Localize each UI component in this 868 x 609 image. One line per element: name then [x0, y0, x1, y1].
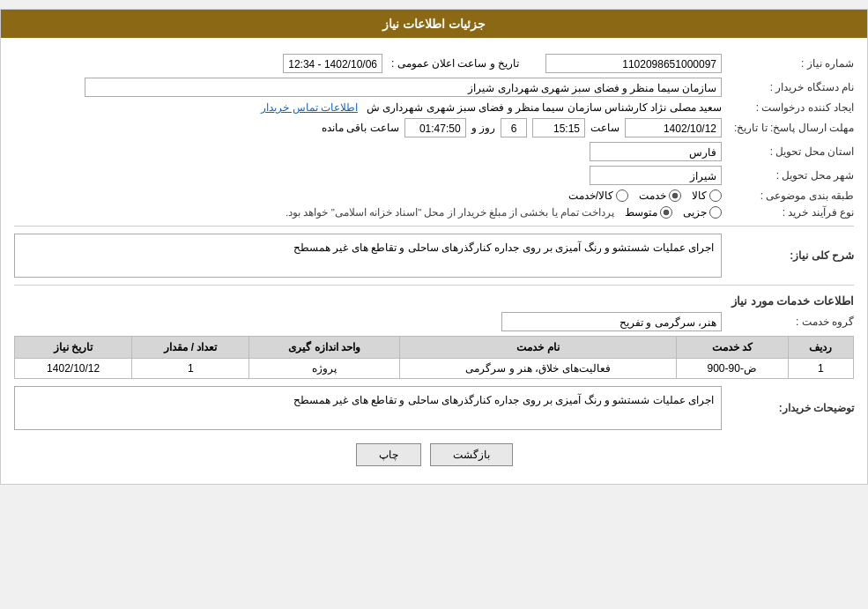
category-kala-khedmat-item: کالا/خدمت — [568, 189, 628, 202]
col-qty: تعداد / مقدار — [132, 337, 249, 359]
category-row: طبقه بندی موضوعی : کالا خدمت — [14, 189, 854, 202]
category-radio-group: کالا خدمت کالا/خدمت — [14, 189, 722, 202]
province-label: استان محل تحویل : — [722, 145, 854, 158]
deadline-time: 15:15 — [532, 118, 585, 137]
cell-unit: پروژه — [249, 359, 400, 379]
cell-date: 1402/10/12 — [15, 359, 132, 379]
creator-link[interactable]: اطلاعات تماس خریدار — [261, 101, 358, 114]
service-group-value: هنر، سرگرمی و تفریح — [14, 312, 722, 331]
content-area: شماره نیاز : 1102098651000097 تاریخ و سا… — [1, 38, 867, 484]
col-name: نام خدمت — [400, 337, 677, 359]
purchase-jozi-label: جزیی — [683, 206, 707, 219]
cell-row: 1 — [788, 359, 853, 379]
purchase-mottavas-label: متوسط — [625, 206, 657, 219]
services-table: ردیف کد خدمت نام خدمت واحد اندازه گیری ت… — [14, 336, 854, 379]
purchase-type-value: جزیی متوسط پرداخت تمام یا بخشی از مبلغ خ… — [14, 206, 722, 219]
province-input: فارس — [590, 142, 722, 161]
announce-label: تاریخ و ساعت اعلان عمومی : — [391, 57, 519, 70]
description-box: اجرای عملیات شستشو و رنگ آمیزی بر روی جد… — [14, 234, 722, 278]
category-kala-label: کالا — [692, 189, 707, 202]
services-section-title: اطلاعات خدمات مورد نیاز — [14, 294, 854, 308]
announce-value: 1402/10/06 - 12:34 — [283, 54, 382, 73]
purchase-radio-group: جزیی متوسط — [625, 206, 722, 219]
deadline-label: مهلت ارسال پاسخ: تا تاریخ: — [722, 122, 854, 134]
purchase-mottavas-radio[interactable] — [660, 206, 672, 219]
creator-label: ایجاد کننده درخواست : — [722, 101, 854, 114]
description-row: شرح کلی نیاز: اجرای عملیات شستشو و رنگ آ… — [14, 234, 854, 278]
table-header-row: ردیف کد خدمت نام خدمت واحد اندازه گیری ت… — [15, 337, 854, 359]
back-button[interactable]: بازگشت — [430, 443, 513, 466]
col-row: ردیف — [788, 337, 853, 359]
description-value: اجرای عملیات شستشو و رنگ آمیزی بر روی جد… — [14, 234, 722, 278]
service-group-label: گروه خدمت : — [722, 316, 854, 328]
category-label: طبقه بندی موضوعی : — [722, 189, 854, 202]
city-row: شهر محل تحویل : شیراز — [14, 166, 854, 185]
purchase-mottavas-item: متوسط — [625, 206, 672, 219]
purchase-type-label: نوع فرآیند خرید : — [722, 206, 854, 219]
need-number-value: 1102098651000097 تاریخ و ساعت اعلان عموم… — [14, 54, 722, 73]
need-number-row: شماره نیاز : 1102098651000097 تاریخ و سا… — [14, 54, 854, 73]
org-row: نام دستگاه خریدار : سازمان سیما منظر و ف… — [14, 78, 854, 97]
deadline-remaining-label: ساعت باقی مانده — [322, 122, 399, 134]
cell-name: فعالیت‌های خلاق، هنر و سرگرمی — [400, 359, 677, 379]
city-input: شیراز — [590, 166, 722, 185]
table-row: 1 ض-90-900 فعالیت‌های خلاق، هنر و سرگرمی… — [15, 359, 854, 379]
page-header: جزئیات اطلاعات نیاز — [1, 10, 867, 38]
category-khedmat-radio[interactable] — [669, 189, 681, 202]
cell-code: ض-90-900 — [676, 359, 788, 379]
col-date: تاریخ نیاز — [15, 337, 132, 359]
deadline-remaining: 01:47:50 — [404, 118, 466, 137]
divider-2 — [14, 285, 854, 286]
col-unit: واحد اندازه گیری — [249, 337, 400, 359]
deadline-date: 1402/10/12 — [625, 118, 722, 137]
deadline-time-label: ساعت — [590, 122, 619, 134]
service-group-row: گروه خدمت : هنر، سرگرمی و تفریح — [14, 312, 854, 331]
purchase-jozi-radio[interactable] — [709, 206, 722, 219]
need-number-input: 1102098651000097 — [545, 54, 722, 73]
org-input: سازمان سیما منظر و فضای سبز شهری شهرداری… — [85, 78, 722, 97]
city-value: شیراز — [14, 166, 722, 185]
col-code: کد خدمت — [676, 337, 788, 359]
org-label: نام دستگاه خریدار : — [722, 81, 854, 93]
cell-qty: 1 — [132, 359, 249, 379]
buyer-desc-row: توضیحات خریدار: اجرای عملیات شستشو و رنگ… — [14, 386, 854, 430]
deadline-days: 6 — [501, 118, 527, 137]
buyer-desc-value: اجرای عملیات شستشو و رنگ آمیزی بر روی جد… — [14, 386, 722, 430]
province-row: استان محل تحویل : فارس — [14, 142, 854, 161]
description-label: شرح کلی نیاز: — [722, 249, 854, 262]
deadline-value: 1402/10/12 ساعت 15:15 6 روز و 01:47:50 س… — [14, 118, 722, 137]
category-khedmat-label: خدمت — [639, 189, 666, 202]
divider-1 — [14, 226, 854, 227]
service-group-input: هنر، سرگرمی و تفریح — [501, 312, 722, 331]
category-khedmat-item: خدمت — [639, 189, 681, 202]
category-value: کالا خدمت کالا/خدمت — [14, 189, 722, 202]
purchase-jozi-item: جزیی — [683, 206, 722, 219]
category-kala-radio[interactable] — [709, 189, 722, 202]
purchase-note: پرداخت تمام یا بخشی از مبلغ خریدار از مح… — [286, 206, 614, 219]
buyer-desc-box: اجرای عملیات شستشو و رنگ آمیزی بر روی جد… — [14, 386, 722, 430]
province-value: فارس — [14, 142, 722, 161]
category-kala-khedmat-radio[interactable] — [616, 189, 628, 202]
category-kala-item: کالا — [692, 189, 722, 202]
button-group: بازگشت چاپ — [14, 443, 854, 466]
content-inner: شماره نیاز : 1102098651000097 تاریخ و سا… — [14, 54, 854, 466]
deadline-row: مهلت ارسال پاسخ: تا تاریخ: 1402/10/12 سا… — [14, 118, 854, 137]
page-title: جزئیات اطلاعات نیاز — [382, 17, 486, 31]
category-kala-khedmat-label: کالا/خدمت — [568, 189, 613, 202]
buyer-desc-label: توضیحات خریدار: — [722, 402, 854, 414]
org-value: سازمان سیما منظر و فضای سبز شهری شهرداری… — [14, 78, 722, 97]
purchase-type-row: نوع فرآیند خرید : جزیی متوسط — [14, 206, 854, 219]
need-number-label: شماره نیاز : — [722, 57, 854, 70]
creator-text: سعید مصلی نژاد کارشناس سازمان سیما منظر … — [367, 101, 722, 114]
city-label: شهر محل تحویل : — [722, 169, 854, 182]
creator-row: ایجاد کننده درخواست : سعید مصلی نژاد کار… — [14, 101, 854, 114]
creator-value: سعید مصلی نژاد کارشناس سازمان سیما منظر … — [14, 101, 722, 114]
print-button[interactable]: چاپ — [356, 443, 421, 466]
deadline-days-label: روز و — [471, 122, 495, 134]
page-wrapper: جزئیات اطلاعات نیاز شماره نیاز : 1102098… — [0, 9, 868, 485]
